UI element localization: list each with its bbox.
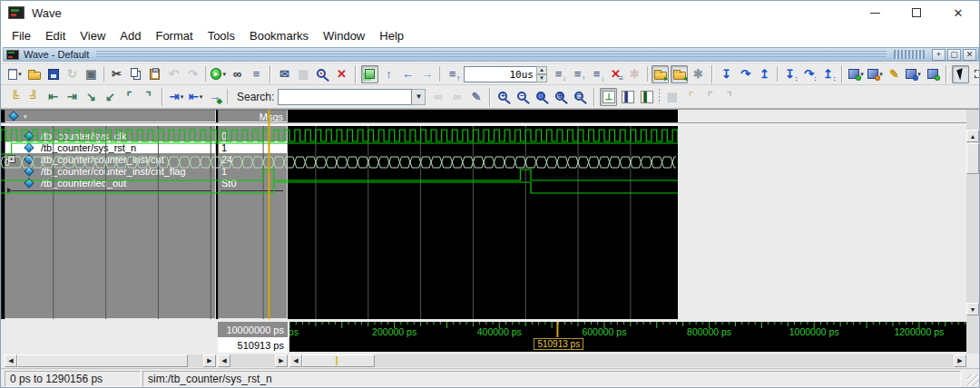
add-marker-button[interactable]: ≡↑ [569,65,586,83]
grid-button[interactable]: ▦ [295,65,312,83]
menu-edit[interactable]: Edit [38,26,73,45]
names-scroll-thumb[interactable] [17,354,188,367]
paste-button[interactable] [146,65,163,83]
run-all-button[interactable]: ↧: [781,65,799,83]
waveform-canvas[interactable]: 0 [1,110,678,319]
search-input[interactable] [278,89,412,105]
stop-drawing-button[interactable]: ✱ [626,65,643,83]
title-bar[interactable]: Wave ✕ [1,1,979,24]
rising-edge-button[interactable]: ⌜ [701,88,719,106]
run-continue-button[interactable]: ↷: [800,65,818,83]
prev-transition-button[interactable]: ⇤ [44,88,62,106]
pan-mode-button[interactable]: ✱ [690,65,707,83]
zoom-mode-button[interactable] [971,65,980,83]
delete-marker-button[interactable]: ≡↓ [588,65,605,83]
undo-button[interactable]: ↶ [165,65,182,83]
expanded-time-off-button[interactable]: ⊥ [600,88,617,106]
pattern-button[interactable]: ▩ [663,88,681,106]
redo-button[interactable]: ↷ [184,65,201,83]
maximize-button[interactable] [896,1,937,24]
menu-tools[interactable]: Tools [201,26,242,45]
save-format-button[interactable]: ▸ [652,65,669,83]
copy-button[interactable] [127,65,144,83]
waveform-pane[interactable]: 0 [1,110,678,319]
next-falling-edge-button[interactable]: ↙ [102,88,119,106]
dropdown-caret-icon[interactable]: ▾ [200,93,203,100]
zoom-cursor-button[interactable]: ⊕ [553,88,570,106]
scroll-up-icon[interactable]: ▲ [966,130,979,142]
new-file-button[interactable]: ▾ [6,65,24,83]
wave-scroll-thumb[interactable] [302,354,375,367]
dropdown-caret-icon[interactable]: ▾ [18,71,22,77]
collapse-time-button[interactable]: ⇥▾ [168,88,185,106]
pane-drag-knurl[interactable] [894,50,925,59]
expand-time-button[interactable]: ⇤▾ [187,88,204,106]
delete-cursor-button[interactable]: ≡↓ [550,65,567,83]
export-image-button[interactable]: ✉ [276,65,293,83]
save-button[interactable] [44,65,62,83]
find-in-files-button[interactable]: • [314,65,331,83]
search-options-button[interactable]: ✎ [467,88,485,106]
find-button[interactable]: ∞ [229,65,246,83]
minimize-button[interactable] [854,1,896,24]
resize-grip[interactable] [967,374,979,386]
clock-edge-button[interactable]: ⌜ [682,88,700,106]
scroll-right-icon[interactable]: ▶ [275,354,288,367]
memory-profile-button[interactable]: ▾ [867,65,884,83]
dropdown-caret-icon[interactable]: ▾ [222,71,226,77]
pane-drag-grip[interactable] [96,51,887,58]
open-button[interactable] [25,65,43,83]
delete-all-button[interactable]: ✕≡ [607,65,624,83]
find-next-button[interactable]: ∞ [429,88,446,106]
menu-view[interactable]: View [73,26,113,45]
coverage-button[interactable]: ▾ [905,65,922,83]
wave-pane-header[interactable]: Wave - Default + ▢ ✕ [3,47,979,62]
link-button[interactable] [361,65,378,83]
prev-rising-edge-button[interactable]: ⌜ [121,88,138,106]
spin-up-icon[interactable]: ▲ [536,66,547,74]
insert-cursor-locked-button[interactable]: ╚ [6,88,24,106]
cut-button[interactable]: ✂ [108,65,125,83]
cursor-time-badge[interactable]: 510913 ps [534,338,583,350]
code-coverage-button[interactable] [924,65,941,83]
menu-window[interactable]: Window [316,26,372,45]
menu-file[interactable]: File [5,26,38,45]
zoom-range-button[interactable]: ▭ [572,88,589,106]
reload-button[interactable]: ↻ [64,65,81,83]
wave-vertical-scrollbar[interactable]: ▲ ▼ [966,110,979,354]
pane-dock-button[interactable]: + [932,49,946,61]
scroll-right-icon[interactable]: ▶ [203,354,216,367]
values-hscrollbar[interactable]: ◀ ▶ [218,354,288,367]
vertical-scroll-thumb[interactable] [966,143,979,174]
expanded-time-event-button[interactable]: ▌ [638,88,655,106]
find-previous-button[interactable]: ∞ [448,88,466,106]
menu-bookmarks[interactable]: Bookmarks [242,26,316,45]
search-dropdown-icon[interactable]: ▼ [412,89,426,105]
delete-window-button[interactable]: ✕ [333,65,350,83]
run-length-field[interactable]: 10us [464,66,536,82]
select-mode-button[interactable] [952,65,969,83]
run-button[interactable]: ↷ [737,65,754,83]
next-transition-button[interactable]: ⇥ [64,88,81,106]
zoom-in-button[interactable]: + [495,88,513,106]
scroll-right-icon[interactable]: ▶ [954,354,966,367]
wave-hscrollbar[interactable]: ◀ ▶ [289,354,966,367]
back-button[interactable]: ← [399,65,416,83]
menu-help[interactable]: Help [372,26,411,45]
pane-close-button[interactable]: ✕ [963,49,976,61]
show-structure-button[interactable]: ≡ [248,65,265,83]
spin-down-icon[interactable]: ▼ [536,74,547,82]
forward-button[interactable]: → [418,65,436,83]
cursor-value[interactable]: 510913 ps [218,337,288,353]
insert-cursor-button[interactable]: ≡↑ [444,65,461,83]
step-out-button[interactable]: ↥: [819,65,837,83]
scroll-left-icon[interactable]: ◀ [5,354,17,367]
annotate-button[interactable]: ✎ [886,65,903,83]
run-trace-button[interactable]: ▸▾ [210,65,227,83]
scroll-left-icon[interactable]: ◀ [289,354,302,367]
profile-button[interactable]: ▾ [848,65,865,83]
restart-button[interactable]: ↧ [718,65,735,83]
next-rising-edge-button[interactable]: ⌝ [140,88,157,106]
pane-restore-button[interactable]: ▢ [947,49,961,61]
zoom-out-button[interactable]: − [514,88,532,106]
